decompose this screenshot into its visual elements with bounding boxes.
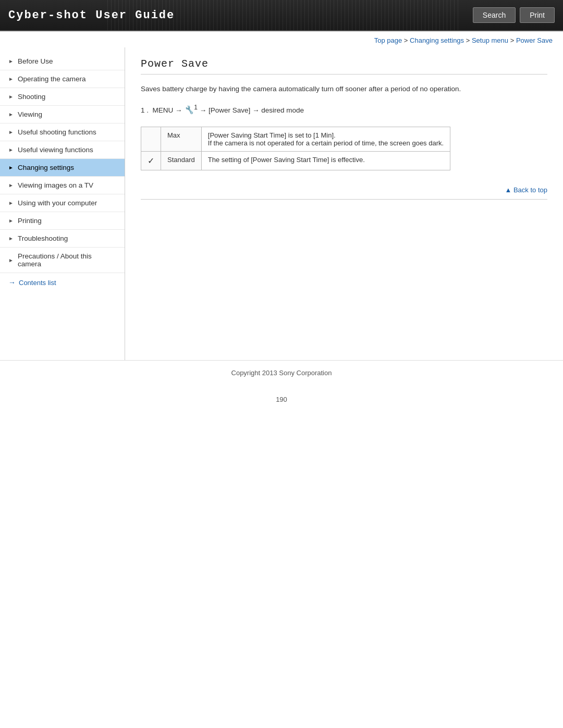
sidebar-item-computer[interactable]: ► Using with your computer [0, 194, 125, 212]
arrow-icon: ► [8, 236, 14, 241]
arrow-icon: ► [8, 76, 14, 82]
arrow-icon: ► [8, 218, 14, 224]
settings-table: Max [Power Saving Start Time] is set to … [141, 127, 450, 170]
arrow-icon: ► [8, 112, 14, 117]
arrow-icon: ► [8, 58, 14, 64]
content-divider [141, 199, 547, 200]
table-desc-standard: The setting of [Power Saving Start Time]… [201, 151, 450, 170]
table-label-max: Max [161, 127, 202, 151]
sidebar-item-before-use[interactable]: ► Before Use [0, 53, 125, 70]
sidebar-item-label: Before Use [18, 57, 53, 65]
sidebar-item-label: Precautions / About this camera [18, 252, 116, 268]
checkmark-icon: ✓ [148, 156, 154, 165]
page-title: Power Save [141, 58, 547, 75]
breadcrumb-top-page[interactable]: Top page [374, 36, 402, 44]
table-row: ✓ Standard The setting of [Power Saving … [141, 151, 450, 170]
back-to-top[interactable]: ▲ Back to top [141, 181, 547, 199]
header-buttons: Search Print [473, 7, 555, 23]
sidebar-item-label: Viewing [18, 110, 42, 118]
sidebar-item-troubleshooting[interactable]: ► Troubleshooting [0, 230, 125, 248]
breadcrumb-changing-settings[interactable]: Changing settings [410, 36, 464, 44]
page-description: Saves battery charge by having the camer… [141, 84, 547, 94]
page-number: 190 [0, 385, 563, 414]
sidebar-item-label: Operating the camera [18, 75, 86, 83]
sidebar: ► Before Use ► Operating the camera ► Sh… [0, 47, 125, 360]
breadcrumb-power-save[interactable]: Power Save [516, 36, 553, 44]
sidebar-item-useful-shooting[interactable]: ► Useful shooting functions [0, 124, 125, 141]
breadcrumb-sep3: > [510, 36, 516, 44]
breadcrumb-setup-menu[interactable]: Setup menu [472, 36, 508, 44]
sidebar-item-shooting[interactable]: ► Shooting [0, 88, 125, 106]
sidebar-item-viewing[interactable]: ► Viewing [0, 106, 125, 124]
copyright: Copyright 2013 Sony Corporation [0, 360, 563, 385]
breadcrumb-sep2: > [466, 36, 472, 44]
arrow-icon: ► [8, 200, 14, 206]
sidebar-item-operating[interactable]: ► Operating the camera [0, 70, 125, 88]
sidebar-item-useful-viewing[interactable]: ► Useful viewing functions [0, 141, 125, 159]
table-icon-cell [141, 127, 161, 151]
menu-icon: 🔧 [184, 105, 194, 114]
arrow-icon: ► [8, 94, 14, 100]
arrow-icon: ► [8, 182, 14, 188]
contents-arrow-icon: → [8, 278, 16, 287]
print-button[interactable]: Print [520, 7, 555, 23]
sidebar-item-label: Troubleshooting [18, 235, 68, 242]
contents-list-anchor[interactable]: Contents list [19, 279, 56, 287]
main-layout: ► Before Use ► Operating the camera ► Sh… [0, 47, 563, 360]
sidebar-item-changing-settings[interactable]: ► Changing settings [0, 159, 125, 177]
back-to-top-link[interactable]: ▲ Back to top [505, 186, 547, 194]
table-desc-max: [Power Saving Start Time] is set to [1 M… [201, 127, 450, 151]
sidebar-item-label: Changing settings [18, 164, 74, 171]
main-content: Power Save Saves battery charge by havin… [125, 47, 563, 220]
page-header: Cyber-shot User Guide Search Print [0, 0, 563, 31]
arrow-icon: ► [8, 165, 14, 170]
table-row: Max [Power Saving Start Time] is set to … [141, 127, 450, 151]
sidebar-item-printing[interactable]: ► Printing [0, 212, 125, 230]
breadcrumb-sep1: > [404, 36, 410, 44]
arrow-icon: ► [8, 257, 14, 263]
page-footer: Copyright 2013 Sony Corporation 190 [0, 360, 563, 414]
sidebar-item-label: Useful shooting functions [18, 128, 96, 136]
sidebar-item-label: Using with your computer [18, 199, 97, 207]
contents-list-link[interactable]: → Contents list [0, 273, 125, 292]
sidebar-item-label: Useful viewing functions [18, 146, 93, 154]
arrow-icon: ► [8, 129, 14, 135]
breadcrumb: Top page > Changing settings > Setup men… [0, 31, 563, 47]
table-icon-cell-check: ✓ [141, 151, 161, 170]
sidebar-item-label: Printing [18, 217, 42, 225]
site-title: Cyber-shot User Guide [8, 9, 175, 22]
sidebar-item-label: Shooting [18, 93, 45, 101]
search-button[interactable]: Search [473, 7, 516, 23]
sidebar-item-precautions[interactable]: ► Precautions / About this camera [0, 248, 125, 273]
arrow-icon: ► [8, 147, 14, 153]
menu-number: 1 [194, 104, 198, 111]
menu-instruction: 1 . MENU → 🔧1 → [Power Save] → desired m… [141, 103, 547, 116]
sidebar-item-viewing-tv[interactable]: ► Viewing images on a TV [0, 177, 125, 194]
sidebar-item-label: Viewing images on a TV [18, 181, 93, 189]
table-label-standard: Standard [161, 151, 202, 170]
